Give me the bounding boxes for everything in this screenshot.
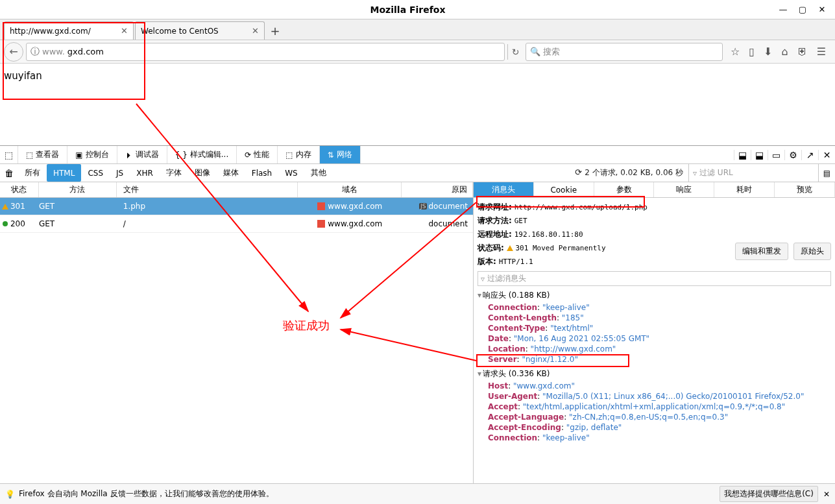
network-row[interactable]: 301GET1.phpwww.gxd.comJSdocument [0,198,473,215]
detail-filter-input[interactable]: ▿过滤消息头 [478,271,831,286]
header-kv: Connection: "keep-alive" [478,302,831,313]
reload-button[interactable]: ↻ [507,44,523,60]
raw-headers-button[interactable]: 原始头 [793,243,831,260]
filter-js[interactable]: JS [110,164,130,182]
statusbar: 💡 Firefox 会自动向 Mozilla 反馈一些数据，让我们能够改善您的使… [0,483,835,504]
detail-remote: 远程地址: 192.168.80.11:80 [478,228,831,241]
url-input[interactable]: ⓘ www.gxd.com [26,43,505,61]
maximize-button[interactable]: ▢ [796,5,809,14]
network-filter-bar: 🗑 所有 HTML CSS JS XHR 字体 图像 媒体 Flash WS 其… [0,164,835,182]
header-kv: Date: "Mon, 16 Aug 2021 02:55:05 GMT" [478,333,831,344]
search-icon: 🔍 [530,47,540,56]
tab-label: http://www.gxd.com/ [10,27,91,36]
col-domain[interactable]: 域名 [298,182,402,197]
toolbar: ← ⓘ www.gxd.com ↻ 🔍 搜索 ☆ ▯ ⬇ ⌂ ⛨ ☰ [0,40,835,64]
detail-url: 请求网址: http://www.gxd.com/upload/1.php [478,200,831,214]
url-domain: gxd.com [67,47,104,56]
detail-tabs: 消息头 Cookie 参数 响应 耗时 预览 [474,182,835,198]
request-headers-section[interactable]: ▾请求头 (0.336 KB) [478,367,831,381]
filter-css[interactable]: CSS [81,164,110,182]
col-status[interactable]: 状态 [0,182,39,197]
tab-network[interactable]: ⇅网络 [320,146,361,163]
funnel-icon: ▿ [481,274,485,283]
downloads-icon[interactable]: ⬇ [764,45,772,58]
toggle-details-icon[interactable]: ▤ [818,164,835,182]
tab-style[interactable]: { }样式编辑... [167,146,237,163]
window-title: Mozilla Firefox [39,5,777,15]
detail-tab-preview[interactable]: 预览 [775,182,835,197]
url-prefix: www. [42,47,65,56]
filter-media[interactable]: 媒体 [217,164,245,182]
menu-icon[interactable]: ☰ [817,45,826,58]
filter-fonts[interactable]: 字体 [160,164,188,182]
detail-method: 请求方法: GET [478,214,831,228]
detail-tab-response[interactable]: 响应 [654,182,714,197]
popout-icon[interactable]: ↗ [801,150,818,160]
shield-icon[interactable]: ⛨ [797,45,808,58]
filter-all[interactable]: 所有 [18,164,47,182]
page-body-text: wuyifan [4,70,42,82]
info-icon[interactable]: ⓘ [30,46,40,58]
dock-side-icon[interactable]: ⬓ [734,150,751,160]
filter-other[interactable]: 其他 [304,164,333,182]
header-kv: Content-Type: "text/html" [478,323,831,333]
network-columns-header: 状态 方法 文件 域名 原因 [0,182,473,198]
col-cause[interactable]: 原因 [402,182,473,197]
back-button[interactable]: ← [4,42,23,62]
search-input[interactable]: 🔍 搜索 [526,43,723,61]
col-method[interactable]: 方法 [39,182,117,197]
close-window-button[interactable]: ✕ [816,5,829,14]
tab-debugger[interactable]: ⏵调试器 [117,146,167,163]
split-console-icon[interactable]: ⬓ [751,150,768,160]
settings-icon[interactable]: ⚙ [784,150,801,160]
new-tab-button[interactable]: + [266,21,284,40]
bulb-icon: 💡 [5,490,15,499]
header-kv: Server: "nginx/1.12.0" [478,354,831,365]
col-file[interactable]: 文件 [117,182,298,197]
tab-1[interactable]: Welcome to CentOS ✕ [135,21,265,40]
window-titlebar: Mozilla Firefox — ▢ ✕ [0,0,835,19]
header-kv: Accept-Language: "zh-CN,zh;q=0.8,en-US;q… [478,412,831,422]
header-kv: Location: "http://www.gxd.com" [478,344,831,354]
responsive-icon[interactable]: ▭ [768,150,784,160]
tab-memory[interactable]: ⬚内存 [278,146,319,163]
tab-inspector[interactable]: ⬚查看器 [18,146,67,163]
filter-ws[interactable]: WS [278,164,304,182]
search-placeholder: 搜索 [543,46,560,58]
filter-flash[interactable]: Flash [245,164,278,182]
minimize-button[interactable]: — [777,5,790,14]
filter-images[interactable]: 图像 [188,164,217,182]
close-statusbar-icon[interactable]: ✕ [823,490,830,499]
page-content: wuyifan [0,64,835,135]
header-kv: Accept: "text/html,application/xhtml+xml… [478,402,831,412]
network-request-list: 状态 方法 文件 域名 原因 301GET1.phpwww.gxd.comJSd… [0,182,474,483]
choose-info-button[interactable]: 我想选择提供哪些信息(C) [720,486,818,502]
detail-tab-params[interactable]: 参数 [594,182,655,197]
network-filter-input[interactable]: ▿过滤 URL [688,164,818,182]
devtools-panel: ⬚ ⬚查看器 ▣控制台 ⏵调试器 { }样式编辑... ⟳性能 ⬚内存 ⇅网络 … [0,145,835,483]
header-kv: Host: "www.gxd.com" [478,381,831,391]
clear-icon[interactable]: 🗑 [0,168,18,178]
home-icon[interactable]: ⌂ [782,45,788,58]
pick-element-icon[interactable]: ⬚ [0,146,18,163]
network-detail-panel: 消息头 Cookie 参数 响应 耗时 预览 请求网址: http://www.… [474,182,835,483]
detail-tab-timing[interactable]: 耗时 [714,182,775,197]
bookmark-icon[interactable]: ☆ [731,45,740,58]
edit-resend-button[interactable]: 编辑和重发 [735,243,788,260]
detail-status: 编辑和重发 原始头 状态码: 301 Moved Permanently [478,241,831,255]
detail-tab-cookie[interactable]: Cookie [534,182,594,197]
close-tab-icon[interactable]: ✕ [121,26,128,36]
filter-html[interactable]: HTML [47,164,81,182]
tab-0[interactable]: http://www.gxd.com/ ✕ [4,21,134,40]
close-tab-icon[interactable]: ✕ [252,26,259,36]
close-devtools-icon[interactable]: ✕ [818,150,835,160]
detail-tab-headers[interactable]: 消息头 [474,182,534,197]
header-kv: Connection: "keep-alive" [478,433,831,443]
tab-console[interactable]: ▣控制台 [67,146,117,163]
network-row[interactable]: 200GET/www.gxd.comdocument [0,215,473,233]
tab-perf[interactable]: ⟳性能 [237,146,278,163]
filter-xhr[interactable]: XHR [130,164,160,182]
header-kv: Content-Length: "185" [478,313,831,323]
pocket-icon[interactable]: ▯ [749,45,755,58]
response-headers-section[interactable]: ▾响应头 (0.188 KB) [478,289,831,302]
